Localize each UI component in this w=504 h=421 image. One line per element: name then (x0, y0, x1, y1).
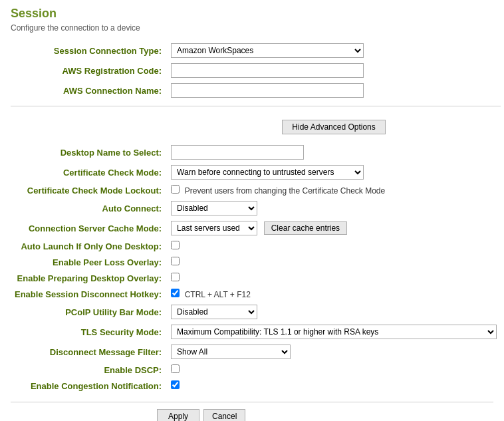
auto-connect-value-cell: Disabled (167, 198, 501, 218)
disconnect-msg-row: Disconnect Message Filter: Show All (11, 342, 501, 362)
preparing-desktop-label: Enable Preparing Desktop Overlay: (11, 270, 167, 286)
cert-check-mode-label: Certificate Check Mode: (11, 162, 167, 182)
session-connection-type-row: Session Connection Type: Amazon WorkSpac… (11, 41, 501, 61)
disconnect-hotkey-value-cell: CTRL + ALT + F12 (167, 286, 501, 302)
tls-select[interactable]: Maximum Compatibility: TLS 1.1 or higher… (171, 325, 497, 339)
tls-label: TLS Security Mode: (11, 322, 167, 342)
peer-loss-checkbox[interactable] (171, 257, 180, 265)
cache-mode-select[interactable]: Last servers used (171, 221, 257, 235)
pcoip-bar-label: PCoIP Utility Bar Mode: (11, 302, 167, 322)
session-connection-type-value-cell: Amazon WorkSpaces (167, 41, 501, 61)
enable-dscp-label: Enable DSCP: (11, 362, 167, 378)
preparing-desktop-row: Enable Preparing Desktop Overlay: (11, 270, 501, 286)
disconnect-hotkey-checkbox-label[interactable]: CTRL + ALT + F12 (171, 289, 251, 299)
divider-1 (11, 106, 501, 106)
cert-check-lockout-checkbox[interactable] (171, 185, 180, 194)
disconnect-hotkey-checkbox[interactable] (171, 289, 180, 297)
peer-loss-row: Enable Peer Loss Overlay: (11, 254, 501, 270)
bottom-bar: Apply Cancel (11, 402, 493, 421)
desktop-name-row: Desktop Name to Select: (11, 142, 501, 162)
disconnect-msg-label: Disconnect Message Filter: (11, 342, 167, 362)
aws-registration-code-value-cell (167, 61, 501, 80)
page-subtitle: Configure the connection to a device (11, 23, 493, 33)
disconnect-hotkey-row: Enable Session Disconnect Hotkey: CTRL +… (11, 286, 501, 302)
auto-connect-row: Auto Connect: Disabled (11, 198, 501, 218)
enable-congestion-value-cell (167, 378, 501, 394)
desktop-name-label: Desktop Name to Select: (11, 142, 167, 162)
aws-registration-code-label: AWS Registration Code: (11, 61, 167, 80)
cert-check-mode-row: Certificate Check Mode: Warn before conn… (11, 162, 501, 182)
enable-dscp-value-cell (167, 362, 501, 378)
enable-congestion-label: Enable Congestion Notification: (11, 378, 167, 394)
apply-button[interactable]: Apply (157, 409, 199, 421)
hide-advanced-options-button[interactable]: Hide Advanced Options (282, 120, 385, 134)
enable-congestion-row: Enable Congestion Notification: (11, 378, 501, 394)
cert-check-lockout-row: Certificate Check Mode Lockout: Prevent … (11, 182, 501, 198)
aws-connection-name-row: AWS Connection Name: (11, 80, 501, 100)
peer-loss-label: Enable Peer Loss Overlay: (11, 254, 167, 270)
auto-launch-row: Auto Launch If Only One Desktop: (11, 238, 501, 254)
aws-connection-name-input[interactable] (171, 83, 364, 98)
page-container: Session Configure the connection to a de… (0, 0, 504, 421)
cert-check-lockout-text: Prevent users from changing the Certific… (185, 186, 385, 196)
cache-mode-row: Connection Server Cache Mode: Last serve… (11, 218, 501, 238)
tls-value-cell: Maximum Compatibility: TLS 1.1 or higher… (167, 322, 501, 342)
session-connection-type-label: Session Connection Type: (11, 41, 167, 61)
disconnect-hotkey-text: CTRL + ALT + F12 (185, 290, 251, 299)
cert-check-lockout-label: Certificate Check Mode Lockout: (11, 182, 167, 198)
auto-connect-label: Auto Connect: (11, 198, 167, 218)
enable-dscp-row: Enable DSCP: (11, 362, 501, 378)
cert-check-lockout-checkbox-label[interactable]: Prevent users from changing the Certific… (171, 186, 385, 196)
clear-cache-button[interactable]: Clear cache entries (264, 221, 347, 235)
aws-registration-code-input[interactable] (171, 63, 364, 78)
cert-check-mode-select[interactable]: Warn before connecting to untrusted serv… (171, 165, 364, 180)
main-form: Session Connection Type: Amazon WorkSpac… (11, 41, 501, 394)
page-title: Session (11, 7, 493, 21)
aws-connection-name-label: AWS Connection Name: (11, 80, 167, 100)
tls-row: TLS Security Mode: Maximum Compatibility… (11, 322, 501, 342)
hide-advanced-row: Hide Advanced Options (11, 112, 501, 142)
desktop-name-value-cell (167, 142, 501, 162)
preparing-desktop-checkbox[interactable] (171, 273, 180, 281)
aws-registration-code-row: AWS Registration Code: (11, 61, 501, 80)
cancel-button[interactable]: Cancel (203, 409, 245, 421)
disconnect-msg-select[interactable]: Show All (171, 345, 291, 359)
auto-launch-value-cell (167, 238, 501, 254)
auto-launch-checkbox[interactable] (171, 241, 180, 249)
enable-congestion-checkbox[interactable] (171, 380, 180, 389)
pcoip-bar-value-cell: Disabled (167, 302, 501, 322)
aws-connection-name-value-cell (167, 80, 501, 100)
session-connection-type-select[interactable]: Amazon WorkSpaces (171, 43, 364, 58)
pcoip-bar-row: PCoIP Utility Bar Mode: Disabled (11, 302, 501, 322)
preparing-desktop-value-cell (167, 270, 501, 286)
cache-mode-value-cell: Last servers used Clear cache entries (167, 218, 501, 238)
cert-check-mode-value-cell: Warn before connecting to untrusted serv… (167, 162, 501, 182)
cert-check-lockout-value-cell: Prevent users from changing the Certific… (167, 182, 501, 198)
peer-loss-value-cell (167, 254, 501, 270)
divider-row-1 (11, 100, 501, 112)
auto-launch-label: Auto Launch If Only One Desktop: (11, 238, 167, 254)
disconnect-hotkey-label: Enable Session Disconnect Hotkey: (11, 286, 167, 302)
desktop-name-input[interactable] (171, 145, 304, 160)
pcoip-bar-select[interactable]: Disabled (171, 305, 257, 319)
enable-dscp-checkbox[interactable] (171, 364, 180, 373)
cache-mode-label: Connection Server Cache Mode: (11, 218, 167, 238)
disconnect-msg-value-cell: Show All (167, 342, 501, 362)
auto-connect-select[interactable]: Disabled (171, 201, 257, 215)
